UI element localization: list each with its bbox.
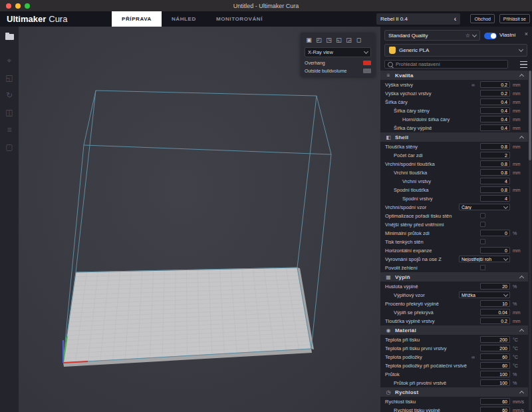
setting-checkbox[interactable] xyxy=(480,222,485,227)
view-left-icon[interactable]: ◱ xyxy=(334,36,343,44)
setting-row: Vyrovnání spojů na ose ZNejostřejší roh xyxy=(380,255,528,264)
minimize-window-button[interactable] xyxy=(15,3,21,9)
view-front-icon[interactable]: ◰ xyxy=(315,36,323,44)
setting-checkbox[interactable] xyxy=(480,213,485,218)
setting-value-input[interactable]: 2 xyxy=(480,152,510,158)
unit-label: mm xyxy=(513,117,521,122)
move-tool-icon[interactable]: ⌖ xyxy=(0,52,19,69)
setting-value-input[interactable]: 0.2 xyxy=(480,90,510,97)
category-shell[interactable]: ◧Shell xyxy=(380,132,528,142)
viewport-3d[interactable]: ▣◰◳◱◲◻ X-Ray view OverhangOutside buildv… xyxy=(19,27,380,412)
unit-label: mm xyxy=(513,100,521,104)
close-window-button[interactable] xyxy=(6,3,11,9)
scale-tool-icon[interactable]: ◱ xyxy=(0,69,19,87)
material-name: Generic PLA xyxy=(399,47,429,53)
setting-checkbox[interactable] xyxy=(480,265,485,270)
setting-row: Povolit žehlení xyxy=(380,264,528,272)
setting-value-input[interactable]: 0.8 xyxy=(480,186,510,193)
view-top-icon[interactable]: ◳ xyxy=(325,36,333,44)
setting-value-input[interactable]: 0.04 xyxy=(480,309,510,315)
unit-label: °C xyxy=(513,363,518,368)
setting-value-input[interactable]: 100 xyxy=(480,379,510,386)
setting-select[interactable]: Čáry xyxy=(459,204,510,210)
signin-button[interactable]: Přihlásit se xyxy=(499,14,530,23)
setting-value-input[interactable]: 100 xyxy=(480,371,510,377)
zoom-window-button[interactable] xyxy=(25,3,30,9)
marketplace-button[interactable]: Obchod xyxy=(470,14,495,23)
setting-value-input[interactable]: 0.2 xyxy=(480,81,510,88)
setting-value-input[interactable]: 60 xyxy=(480,398,510,405)
setting-row: Šířka čáry stěny0.4mm xyxy=(380,106,528,115)
setting-label: Rychlost tisku xyxy=(385,399,416,405)
setting-select[interactable]: Mřížka xyxy=(459,292,510,298)
setting-row: Rychlost tisku60mm/s xyxy=(380,397,528,406)
setting-value-input[interactable]: 0.8 xyxy=(480,143,510,150)
unit-label: % xyxy=(513,372,517,377)
tab-priprava[interactable]: PŘÍPRAVA xyxy=(112,11,162,27)
unit-label: °C xyxy=(513,337,518,342)
logo-bold: Ultimaker xyxy=(7,14,46,24)
category-material[interactable]: ◉Materiál xyxy=(380,325,528,335)
menu-icon[interactable] xyxy=(520,61,527,68)
setting-value-input[interactable]: 0.4 xyxy=(480,107,510,114)
category-speed[interactable]: ◷Rychlost xyxy=(380,387,528,397)
category-infill[interactable]: ▦Výplň xyxy=(380,272,528,282)
setting-value-input[interactable]: 0.4 xyxy=(480,116,510,122)
category-label: Shell xyxy=(395,134,517,140)
category-quality[interactable]: ≡Kvalita xyxy=(380,71,528,80)
settings-search-input[interactable]: Prohledat nastavení xyxy=(384,60,508,69)
setting-value-input[interactable]: 0.2 xyxy=(480,317,510,324)
view-3d-icon[interactable]: ▣ xyxy=(305,36,313,44)
material-select[interactable]: Generic PLA xyxy=(384,44,527,57)
view-bottom-icon[interactable]: ◻ xyxy=(354,36,363,44)
view-mode-select[interactable]: X-Ray view xyxy=(305,47,371,57)
setting-row: Průtok100% xyxy=(380,370,528,379)
setting-value-input[interactable]: 200 xyxy=(480,345,510,351)
setting-value-input[interactable]: 0.4 xyxy=(480,124,510,131)
setting-value-input[interactable]: 4 xyxy=(480,195,510,202)
unit-label: mm xyxy=(513,108,521,113)
unit-label: mm xyxy=(513,83,521,87)
view-right-icon[interactable]: ◲ xyxy=(344,36,353,44)
setting-value-input[interactable]: 0 xyxy=(480,230,510,236)
printer-selector[interactable]: Rebel II 0.4 ‹ xyxy=(376,13,460,25)
setting-value-input[interactable]: 10 xyxy=(480,300,510,307)
link-icon: ∞ xyxy=(471,83,475,87)
tab-nahled[interactable]: NÁHLED xyxy=(162,11,206,27)
setting-row: Teplota podložky při počáteční vrstvě60°… xyxy=(380,361,528,370)
open-file-button[interactable] xyxy=(4,32,15,41)
chevron-down-icon xyxy=(503,256,508,260)
tab-monitorovani[interactable]: MONITOROVÁNÍ xyxy=(206,11,273,27)
custom-settings-toggle[interactable] xyxy=(484,33,497,39)
setting-value-input[interactable]: 0 xyxy=(480,247,510,254)
window-controls xyxy=(0,3,30,9)
setting-value-input[interactable]: 20 xyxy=(480,283,510,290)
setting-select[interactable]: Nejostřejší roh xyxy=(459,256,510,262)
profile-select[interactable]: Standard Quality ☆ xyxy=(384,30,480,41)
setting-value-input[interactable]: 0.8 xyxy=(480,160,510,167)
setting-row: Vrchní tloušťka0.8mm xyxy=(380,168,528,177)
unit-label: mm xyxy=(513,91,521,96)
close-icon[interactable]: × xyxy=(525,31,528,37)
setting-value-input[interactable]: 60 xyxy=(480,362,510,369)
settings-scrollbar[interactable] xyxy=(529,71,531,411)
setting-value-input[interactable]: 0.8 xyxy=(480,169,510,176)
setting-checkbox[interactable] xyxy=(480,239,485,244)
rotate-tool-icon[interactable]: ↻ xyxy=(0,87,19,104)
per-model-settings-tool-icon[interactable]: ≡ xyxy=(0,121,19,138)
chevron-down-icon xyxy=(503,204,508,208)
setting-value-input[interactable]: 4 xyxy=(480,178,510,184)
scrollbar-thumb[interactable] xyxy=(529,71,531,160)
category-chevron-icon xyxy=(519,390,524,395)
setting-row: Tisk tenkých stěn xyxy=(380,238,528,246)
folder-open-icon xyxy=(5,34,14,40)
setting-row: Tloušťka stěny0.8mm xyxy=(380,142,528,151)
setting-value-input[interactable]: 60 xyxy=(480,353,510,360)
setting-value-input[interactable]: 0.4 xyxy=(480,99,510,105)
support-blocker-tool-icon[interactable]: ▢ xyxy=(0,138,19,156)
mirror-tool-icon[interactable]: ◫ xyxy=(0,104,19,121)
category-chevron-icon xyxy=(519,135,524,140)
setting-value-input[interactable]: 200 xyxy=(480,336,510,343)
setting-label: Vrchní vrstvy xyxy=(402,178,431,184)
setting-value-input[interactable]: 60 xyxy=(480,407,510,412)
